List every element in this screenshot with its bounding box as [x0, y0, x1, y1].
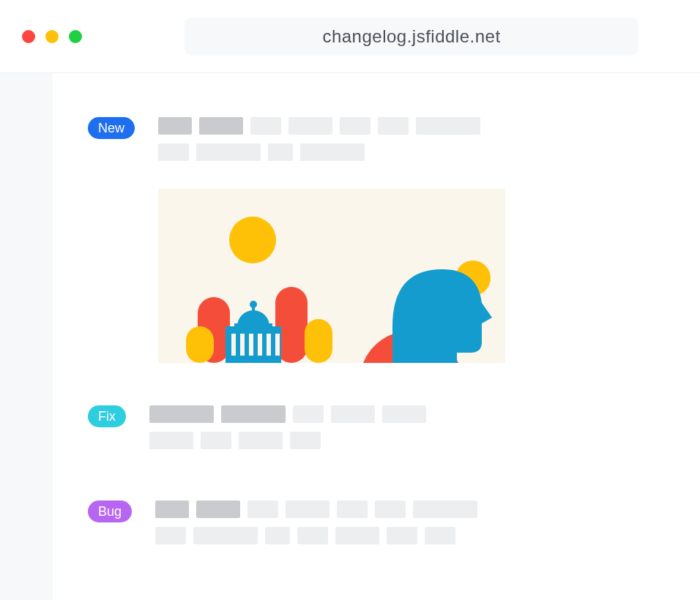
entry-body	[158, 117, 658, 363]
entry-body	[155, 500, 658, 553]
placeholder-text-block	[155, 500, 189, 518]
changelog-entry: Bug	[88, 500, 658, 553]
placeholder-text-block	[331, 405, 375, 423]
placeholder-text-block	[199, 117, 243, 135]
placeholder-text-block	[221, 405, 286, 423]
placeholder-text-block	[413, 500, 477, 518]
sidebar-strip	[0, 73, 53, 600]
placeholder-text-block	[247, 500, 278, 518]
placeholder-text-block	[149, 405, 214, 423]
badge-fix: Fix	[88, 405, 126, 427]
placeholder-text-block	[425, 527, 455, 544]
svg-rect-6	[231, 334, 236, 356]
placeholder-text-block	[297, 527, 328, 544]
svg-rect-12	[234, 323, 272, 328]
maximize-window-button[interactable]	[69, 30, 82, 43]
placeholder-text-line	[158, 143, 658, 161]
placeholder-text-block	[382, 405, 426, 423]
placeholder-text-block	[193, 527, 258, 544]
svg-rect-11	[275, 334, 280, 356]
placeholder-text-block	[268, 143, 293, 161]
entry-illustration	[158, 189, 505, 363]
placeholder-text-line	[158, 117, 658, 135]
placeholder-text-block	[158, 117, 192, 135]
placeholder-text-block	[196, 143, 261, 161]
address-bar[interactable]: changelog.jsfiddle.net	[185, 18, 638, 56]
placeholder-text-block	[375, 500, 406, 518]
svg-rect-10	[267, 334, 271, 356]
svg-rect-7	[240, 334, 245, 356]
svg-rect-8	[249, 334, 253, 356]
browser-chrome: changelog.jsfiddle.net	[0, 0, 700, 73]
svg-point-0	[229, 217, 276, 263]
placeholder-text-block	[286, 500, 329, 518]
svg-rect-14	[252, 304, 255, 313]
placeholder-text-block	[201, 432, 231, 449]
minimize-window-button[interactable]	[45, 30, 59, 43]
changelog-panel: New FixBug	[53, 73, 700, 600]
placeholder-text-block	[300, 143, 365, 161]
content-area: New FixBug	[0, 73, 700, 600]
placeholder-text-block	[416, 117, 480, 135]
changelog-entry: Fix	[88, 405, 658, 458]
entry-body	[149, 405, 658, 458]
svg-rect-3	[186, 326, 214, 363]
placeholder-text-block	[337, 500, 368, 518]
placeholder-text-block	[149, 432, 193, 449]
placeholder-text-block	[335, 527, 379, 544]
address-url: changelog.jsfiddle.net	[322, 26, 500, 47]
placeholder-text-block	[387, 527, 417, 544]
badge-new: New	[88, 117, 135, 139]
placeholder-text-block	[340, 117, 371, 135]
close-window-button[interactable]	[22, 30, 35, 43]
placeholder-text-line	[155, 527, 658, 544]
svg-rect-4	[305, 319, 332, 363]
placeholder-text-block	[293, 405, 324, 423]
placeholder-text-block	[196, 500, 240, 518]
placeholder-text-block	[265, 527, 290, 544]
placeholder-text-block	[288, 117, 332, 135]
placeholder-text-block	[158, 143, 189, 161]
badge-bug: Bug	[88, 500, 132, 522]
placeholder-text-line	[155, 500, 658, 518]
placeholder-text-line	[149, 432, 658, 449]
placeholder-text-line	[149, 405, 658, 423]
placeholder-text-block	[378, 117, 409, 135]
svg-rect-9	[258, 334, 262, 356]
changelog-entry: New	[88, 117, 658, 363]
placeholder-text-block	[155, 527, 186, 544]
placeholder-text-block	[250, 117, 281, 135]
placeholder-text-block	[239, 432, 283, 449]
placeholder-text-block	[290, 432, 321, 449]
window-controls	[22, 30, 82, 43]
